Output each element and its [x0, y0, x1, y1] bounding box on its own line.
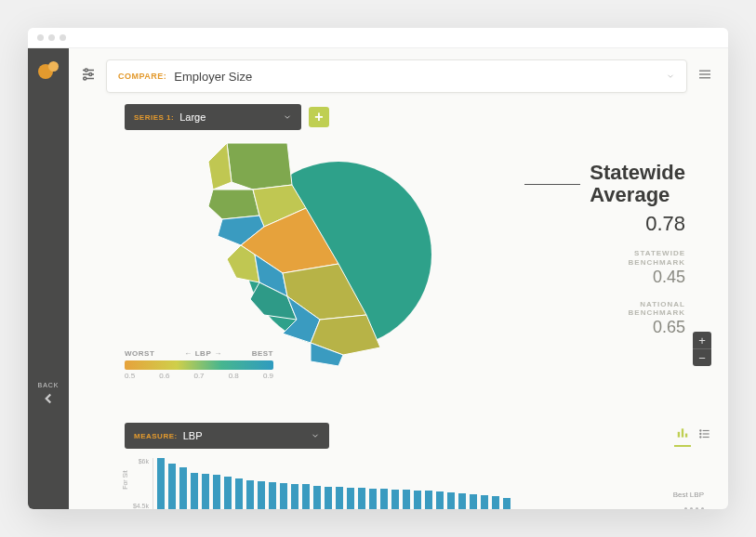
bar[interactable] — [347, 488, 354, 509]
measure-value: LBP — [183, 430, 203, 441]
series-label: SERIES 1: — [134, 113, 174, 122]
sidebar: BACK — [28, 48, 69, 509]
statewide-benchmark: STATEWIDE BENCHMARK 0.45 — [469, 249, 685, 286]
bar[interactable] — [157, 458, 165, 509]
svg-rect-10 — [682, 428, 683, 437]
logo — [38, 61, 59, 82]
compare-select[interactable]: COMPARE: Employer Size — [106, 59, 687, 93]
bar[interactable] — [336, 487, 343, 509]
series-select[interactable]: SERIES 1: Large — [125, 104, 301, 130]
chevron-down-icon — [311, 427, 320, 444]
legend-worst: WORST — [125, 349, 154, 358]
svg-point-5 — [84, 77, 86, 80]
compare-label: COMPARE: — [118, 72, 166, 81]
bar[interactable] — [358, 488, 365, 509]
bar[interactable] — [414, 491, 421, 509]
bar[interactable] — [458, 493, 466, 509]
y-ticks: $6k $4.5k — [125, 458, 149, 509]
bar[interactable] — [213, 475, 220, 509]
series-value: Large — [179, 111, 206, 123]
bar[interactable] — [369, 489, 377, 509]
bar[interactable] — [447, 492, 455, 509]
list-view-button[interactable] — [696, 426, 713, 446]
bar[interactable] — [191, 473, 198, 509]
window-dot — [48, 34, 55, 41]
stats-panel: StatewideAverage 0.78 STATEWIDE BENCHMAR… — [459, 134, 713, 375]
svg-rect-9 — [678, 432, 680, 438]
bar[interactable] — [235, 478, 243, 509]
compare-value: Employer Size — [174, 70, 252, 84]
chart-annotation: Best LBP — [673, 491, 704, 499]
chart-ellipsis — [684, 507, 704, 509]
chevron-left-icon — [40, 390, 57, 407]
back-button[interactable]: BACK — [28, 382, 69, 407]
bar[interactable] — [291, 484, 298, 509]
bar[interactable] — [224, 477, 232, 509]
map-panel — [125, 134, 459, 375]
settings-icon[interactable] — [80, 66, 97, 86]
view-toggle — [674, 425, 713, 447]
svg-point-1 — [85, 69, 87, 72]
bar[interactable] — [481, 495, 488, 509]
leader-line — [524, 184, 580, 185]
svg-point-16 — [700, 433, 701, 434]
titlebar — [28, 28, 728, 48]
california-map[interactable] — [171, 134, 413, 375]
bar[interactable] — [425, 491, 432, 509]
svg-point-3 — [89, 73, 92, 76]
national-benchmark: NATIONAL BENCHMARK 0.65 — [469, 300, 685, 337]
chevron-down-icon — [283, 109, 292, 125]
bar[interactable] — [168, 464, 176, 509]
bar[interactable] — [302, 484, 310, 509]
back-label: BACK — [37, 382, 59, 388]
window-dot — [37, 34, 44, 41]
svg-point-17 — [700, 437, 701, 438]
measure-label: MEASURE: — [134, 432, 178, 440]
app-window: BACK COMPARE: Employer Size — [28, 28, 728, 509]
zoom-in-button[interactable]: + — [693, 332, 711, 348]
svg-point-15 — [700, 430, 701, 431]
bar[interactable] — [280, 483, 287, 509]
bar[interactable] — [492, 496, 499, 509]
bar[interactable] — [269, 482, 276, 509]
bar[interactable] — [258, 481, 265, 509]
bar[interactable] — [391, 490, 399, 509]
window-dot — [60, 34, 66, 41]
measure-select[interactable]: MEASURE: LBP — [125, 423, 329, 449]
bar[interactable] — [380, 489, 388, 509]
stat-title: StatewideAverage — [590, 162, 685, 206]
bar-chart: For Sit $6k $4.5k Best LBP — [125, 458, 713, 509]
add-series-button[interactable]: + — [309, 107, 329, 127]
bar[interactable] — [436, 491, 444, 509]
bar[interactable] — [246, 480, 254, 509]
bar[interactable] — [313, 486, 321, 510]
bar[interactable] — [470, 494, 477, 509]
bar[interactable] — [503, 498, 511, 509]
bar[interactable] — [202, 474, 209, 509]
bar[interactable] — [403, 490, 410, 509]
menu-icon[interactable] — [696, 66, 713, 86]
bars-container — [153, 458, 713, 509]
chart-view-button[interactable] — [674, 425, 691, 447]
chevron-down-icon — [666, 68, 675, 85]
bar[interactable] — [325, 487, 332, 509]
bar[interactable] — [179, 467, 187, 509]
svg-rect-11 — [685, 434, 687, 438]
stat-value: 0.78 — [469, 212, 685, 236]
